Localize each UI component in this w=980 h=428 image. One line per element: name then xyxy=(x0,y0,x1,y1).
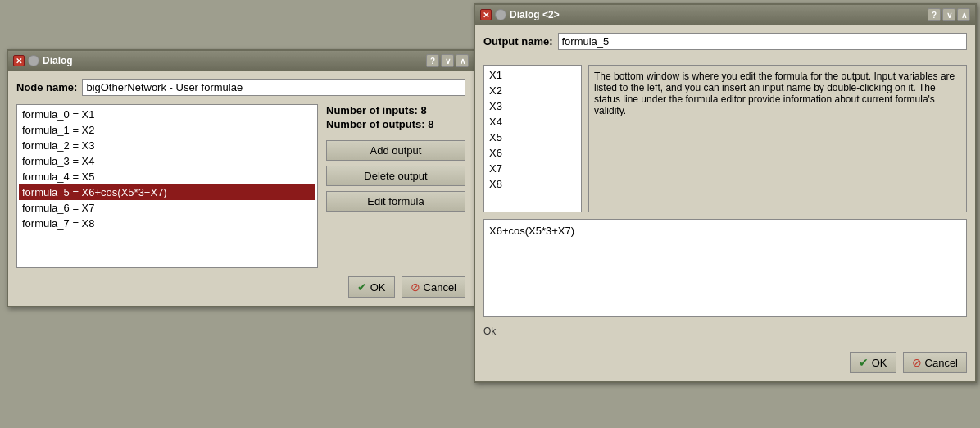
formula-list-item[interactable]: formula_4 = X5 xyxy=(19,169,315,184)
input-var-item[interactable]: X4 xyxy=(486,114,579,130)
input-var-item[interactable]: X6 xyxy=(486,145,579,161)
ok-icon: ✔ xyxy=(357,280,367,294)
dialog2-titlebar: ✕ Dialog <2> ? ∨ ∧ xyxy=(475,5,975,25)
formula-list-item[interactable]: formula_2 = X3 xyxy=(19,138,315,153)
dialog2-ok-button[interactable]: ✔ OK xyxy=(850,352,896,373)
dialog2-title: Dialog <2> xyxy=(510,9,560,20)
formula-list-item[interactable]: formula_7 = X8 xyxy=(19,216,315,231)
input-var-item[interactable]: X2 xyxy=(486,83,579,98)
dialog1-title: Dialog xyxy=(43,55,73,66)
node-name-label: Node name: xyxy=(16,81,77,93)
input-var-item[interactable]: X5 xyxy=(486,130,579,145)
dialog1-cancel-button[interactable]: ⊘ Cancel xyxy=(402,276,465,298)
help-box: The bottom window is where you edit the … xyxy=(588,65,967,212)
output-name-input[interactable] xyxy=(558,33,968,50)
dialog1-help-button[interactable]: ? xyxy=(426,54,439,67)
dialog2-close-button[interactable]: ✕ xyxy=(480,9,492,20)
ok-icon2: ✔ xyxy=(859,356,869,369)
formula-editor[interactable]: X6+cos(X5*3+X7) xyxy=(483,219,967,317)
formula-list-item[interactable]: formula_6 = X7 xyxy=(19,200,315,216)
dialog1-max-button[interactable]: ∧ xyxy=(456,54,469,67)
formula-list-item[interactable]: formula_5 = X6+cos(X5*3+X7) xyxy=(19,184,315,200)
edit-formula-button[interactable]: Edit formula xyxy=(326,191,465,212)
add-output-button[interactable]: Add output xyxy=(326,140,465,161)
input-var-item[interactable]: X3 xyxy=(486,98,579,114)
input-var-item[interactable]: X7 xyxy=(486,161,579,176)
dialog1-ok-button[interactable]: ✔ OK xyxy=(348,276,395,298)
num-outputs-label: Number of outputs: 8 xyxy=(326,118,465,130)
dialog1-titlebar: ✕ Dialog ? ∨ ∧ xyxy=(8,51,474,71)
cancel-icon2: ⊘ xyxy=(912,356,922,369)
formula-list-item[interactable]: formula_3 = X4 xyxy=(19,153,315,169)
help-text: The bottom window is where you edit the … xyxy=(594,71,955,116)
input-var-item[interactable]: X8 xyxy=(486,176,579,192)
dialog1-window: ✕ Dialog ? ∨ ∧ Node name: formula_0 = X1… xyxy=(7,49,475,307)
num-inputs-label: Number of inputs: 8 xyxy=(326,104,465,116)
dialog2-icon xyxy=(495,9,506,20)
node-name-input[interactable] xyxy=(82,79,465,96)
input-vars-list: X1X2X3X4X5X6X7X8 xyxy=(483,65,582,212)
cancel-icon: ⊘ xyxy=(411,280,420,294)
dialog2-window: ✕ Dialog <2> ? ∨ ∧ Output name: X1X2X3X4… xyxy=(474,3,977,383)
dialog2-help-button[interactable]: ? xyxy=(928,8,941,21)
formula-list: formula_0 = X1formula_1 = X2formula_2 = … xyxy=(16,104,318,268)
formula-list-item[interactable]: formula_1 = X2 xyxy=(19,122,315,138)
dialog1-icon xyxy=(28,55,39,66)
formula-list-item[interactable]: formula_0 = X1 xyxy=(19,107,315,122)
dialog2-max-button[interactable]: ∧ xyxy=(957,8,970,21)
dialog1-min-button[interactable]: ∨ xyxy=(441,54,454,67)
status-line: Ok xyxy=(483,324,967,339)
input-var-item[interactable]: X1 xyxy=(486,67,579,83)
dialog1-close-button[interactable]: ✕ xyxy=(13,55,25,66)
dialog2-min-button[interactable]: ∨ xyxy=(942,8,955,21)
dialog2-cancel-button[interactable]: ⊘ Cancel xyxy=(903,352,967,373)
output-name-label: Output name: xyxy=(483,35,553,48)
delete-output-button[interactable]: Delete output xyxy=(326,166,465,186)
